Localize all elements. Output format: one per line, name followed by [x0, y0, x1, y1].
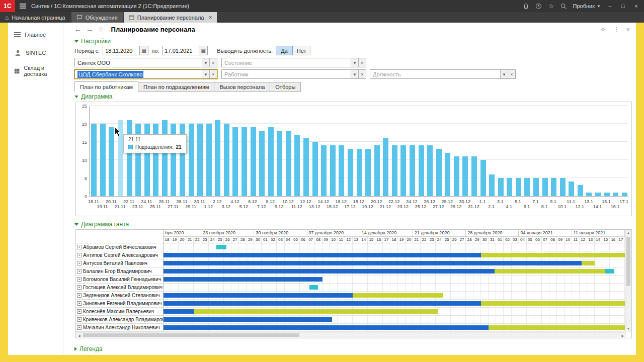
gantt-employee-name[interactable]: +Зиновьев Евгений Владимирович — [76, 300, 164, 308]
gantt-bar[interactable] — [194, 309, 438, 314]
tab-plan-by-departments[interactable]: План по подразделениям — [138, 82, 214, 92]
close-tab-icon[interactable]: × — [208, 14, 212, 21]
scrollbar-thumb[interactable] — [83, 333, 299, 337]
worker-combo[interactable]: Работник ▾ × — [221, 69, 366, 79]
chart-bar[interactable] — [348, 149, 353, 196]
gantt-employee-name[interactable]: +Антипов Сергей Александрович — [76, 251, 164, 259]
chart-bar[interactable] — [551, 178, 556, 196]
chart-bar[interactable] — [560, 178, 566, 196]
chart-bar[interactable] — [595, 193, 601, 196]
chart-bar[interactable] — [277, 131, 282, 196]
clear-icon[interactable]: × — [209, 70, 217, 78]
dropdown-arrow-icon[interactable]: ▾ — [500, 70, 508, 78]
expand-plus-icon[interactable]: + — [77, 293, 82, 298]
chart-section-header[interactable]: Диаграмма — [74, 93, 112, 100]
chart-bar[interactable] — [339, 145, 344, 196]
chart-bar[interactable] — [516, 178, 521, 196]
expand-plus-icon[interactable]: + — [77, 245, 82, 249]
chart-bar[interactable] — [127, 120, 132, 196]
chart-bar[interactable] — [206, 124, 212, 196]
tab-personnel-call[interactable]: Вызов персонала — [214, 82, 270, 92]
chart-bar[interactable] — [312, 142, 318, 196]
scroll-up-icon[interactable]: ▲ — [627, 231, 630, 234]
gantt-employee-name[interactable]: +Богомолов Василий Геннадьевич — [76, 276, 164, 284]
gantt-vertical-scrollbar[interactable]: ▲ ▼ — [625, 230, 631, 332]
gantt-employee-name[interactable]: +Колеснёв Максим Валерьевич — [76, 308, 164, 316]
chart-bar[interactable] — [286, 131, 291, 196]
gantt-employee-name[interactable]: +Кривенков Александр Владимирович — [76, 316, 164, 324]
chart-bar[interactable] — [374, 145, 380, 196]
expand-plus-icon[interactable]: + — [77, 317, 82, 322]
chart-bar[interactable] — [542, 178, 548, 196]
chart-bar[interactable] — [613, 193, 618, 196]
departments-bar-chart[interactable]: 0510152025 18.1119.1120.1121.1122.1123.1… — [75, 102, 632, 216]
dropdown-arrow-icon[interactable]: ▾ — [351, 70, 358, 78]
chart-bar[interactable] — [524, 178, 530, 196]
chart-bar[interactable] — [569, 182, 574, 196]
gantt-bar[interactable] — [495, 269, 605, 274]
gantt-employee-name[interactable]: +Гостищев Алексей Владимирович — [76, 284, 164, 292]
expand-plus-icon[interactable]: + — [77, 277, 82, 282]
gantt-bar[interactable] — [489, 325, 625, 330]
gantt-bar[interactable] — [481, 301, 625, 306]
link-icon[interactable] — [600, 26, 606, 33]
chart-bar[interactable] — [489, 174, 495, 196]
no-button[interactable]: Нет — [293, 46, 311, 55]
sidebar-item-sintec[interactable]: SINTEC — [8, 44, 63, 62]
chart-bar[interactable] — [100, 124, 106, 196]
clear-icon[interactable]: × — [209, 58, 217, 67]
chart-bar[interactable] — [586, 193, 592, 196]
close-form-icon[interactable]: × — [626, 26, 630, 33]
chart-bar[interactable] — [109, 127, 114, 196]
period-to-input[interactable]: 17.01.2021 — [162, 46, 199, 55]
back-button[interactable]: ← — [74, 25, 82, 33]
chart-bar[interactable] — [189, 124, 194, 196]
gantt-employee-name[interactable]: +Антусов Виталий Павлович — [76, 259, 164, 267]
sidebar-item-warehouse[interactable]: Склад и доставка — [8, 62, 63, 80]
minimize-button[interactable]: – — [606, 3, 614, 9]
scroll-left-icon[interactable]: ◀ — [78, 334, 80, 337]
chart-bar[interactable] — [321, 145, 327, 196]
tab-discussions[interactable]: Обсуждения — [71, 12, 123, 23]
gantt-employee-name[interactable]: +Балалин Егор Владимирович — [76, 267, 164, 276]
dropdown-arrow-icon[interactable]: ▾ — [351, 58, 358, 67]
search-icon[interactable] — [560, 3, 568, 10]
chart-bar[interactable] — [498, 178, 504, 196]
chart-bar[interactable] — [162, 120, 168, 196]
gantt-chart[interactable]: бря 202023 ноября 202030 ноября 202007 д… — [75, 229, 632, 338]
expand-plus-icon[interactable]: + — [77, 269, 82, 274]
chart-bar[interactable] — [330, 145, 336, 196]
dropdown-arrow-icon[interactable]: ▾ — [202, 58, 209, 67]
yes-button[interactable]: Да — [276, 46, 293, 55]
gantt-bar[interactable] — [353, 293, 443, 298]
chart-bar[interactable] — [622, 193, 627, 196]
legend-section-header[interactable]: Легенда — [74, 345, 103, 352]
chart-bar[interactable] — [294, 135, 300, 196]
more-actions-kebab-icon[interactable]: ⋮ — [613, 26, 619, 33]
tab-filters[interactable]: Отборы — [270, 82, 301, 92]
chart-bar[interactable] — [383, 138, 388, 196]
chart-bar[interactable] — [365, 149, 371, 196]
close-window-button[interactable]: × — [632, 3, 640, 9]
notifications-bell-icon[interactable] — [523, 3, 530, 10]
current-user-menu[interactable]: Пробник ▼ — [573, 3, 601, 9]
chart-bar[interactable] — [604, 193, 610, 196]
expand-plus-icon[interactable]: + — [77, 325, 82, 330]
chart-bar[interactable] — [419, 145, 424, 196]
position-combo[interactable]: Должность ▾ × — [370, 69, 516, 79]
gantt-bar[interactable] — [164, 325, 489, 330]
gantt-bar[interactable] — [164, 301, 481, 306]
chart-bar[interactable] — [400, 145, 406, 196]
calendar-picker-icon[interactable]: ▦ — [199, 46, 208, 55]
chart-bar[interactable] — [410, 145, 415, 196]
favorites-star-icon[interactable]: ☆ — [548, 3, 555, 10]
gantt-bar[interactable] — [309, 285, 318, 290]
chart-bar[interactable] — [454, 156, 459, 196]
state-combo[interactable]: Состояние ▾ × — [221, 58, 366, 67]
chart-bar[interactable] — [215, 120, 220, 196]
forward-button[interactable]: → — [86, 25, 93, 33]
expand-plus-icon[interactable]: + — [77, 253, 82, 257]
chart-bar[interactable] — [445, 153, 450, 196]
gantt-bar[interactable] — [164, 309, 194, 314]
scroll-right-icon[interactable]: ▶ — [621, 334, 624, 337]
